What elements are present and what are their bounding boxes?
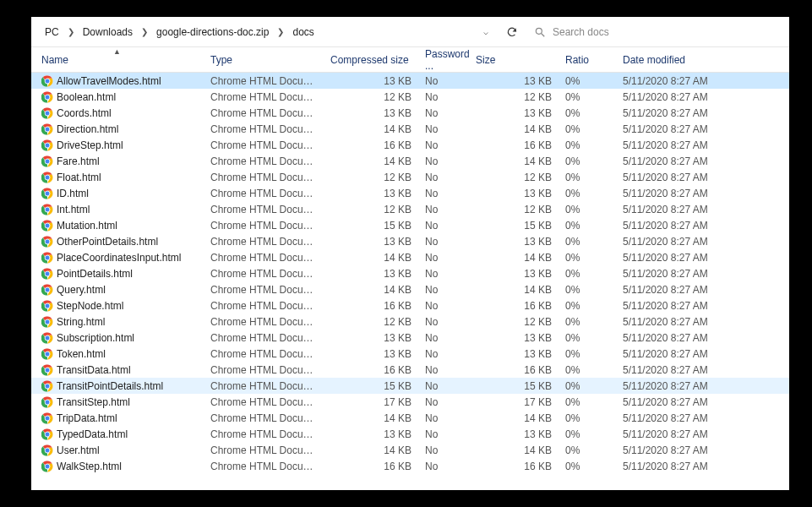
file-name-cell[interactable]: Query.html <box>31 284 204 296</box>
file-row[interactable]: Fare.htmlChrome HTML Document14 KBNo14 K… <box>31 153 789 169</box>
file-date-cell: 5/11/2020 8:27 AM <box>616 268 785 280</box>
file-row[interactable]: Boolean.htmlChrome HTML Document12 KBNo1… <box>31 89 789 105</box>
file-row[interactable]: StepNode.htmlChrome HTML Document16 KBNo… <box>31 297 789 313</box>
file-size-cell: 16 KB <box>469 461 559 472</box>
file-password-cell: No <box>418 220 469 232</box>
file-name-cell[interactable]: DriveStep.html <box>31 139 204 151</box>
file-row[interactable]: PlaceCoordinatesInput.htmlChrome HTML Do… <box>31 249 789 265</box>
file-row[interactable]: TransitData.htmlChrome HTML Document16 K… <box>31 362 789 378</box>
column-header-password[interactable]: Password ... <box>418 47 469 72</box>
file-ratio-cell: 0% <box>559 428 616 440</box>
file-name-cell[interactable]: TripData.html <box>31 412 204 424</box>
file-row[interactable]: AllowTravelModes.htmlChrome HTML Documen… <box>31 73 789 89</box>
file-type-cell: Chrome HTML Document <box>204 444 324 456</box>
column-header-name[interactable]: Name ▲ <box>31 47 204 72</box>
file-name-cell[interactable]: Token.html <box>31 348 204 360</box>
file-row[interactable]: String.htmlChrome HTML Document12 KBNo12… <box>31 313 789 330</box>
svg-line-1 <box>542 33 545 36</box>
file-name-cell[interactable]: ID.html <box>31 188 204 199</box>
file-name-cell[interactable]: WalkStep.html <box>31 461 204 472</box>
search-input[interactable] <box>551 25 777 39</box>
file-compressed-size-cell: 14 KB <box>324 252 418 264</box>
file-name-cell[interactable]: Int.html <box>31 204 204 215</box>
file-compressed-size-cell: 15 KB <box>324 220 418 232</box>
file-name-cell[interactable]: Mutation.html <box>31 220 204 232</box>
breadcrumb-item[interactable]: docs <box>289 25 317 40</box>
file-row[interactable]: TransitStep.htmlChrome HTML Document17 K… <box>31 394 789 410</box>
file-name-cell[interactable]: StepNode.html <box>31 300 204 312</box>
file-date-cell: 5/11/2020 8:27 AM <box>616 461 785 472</box>
column-header-type[interactable]: Type <box>204 47 324 72</box>
file-name-cell[interactable]: TransitData.html <box>31 364 204 376</box>
file-password-cell: No <box>418 155 469 167</box>
file-row[interactable]: PointDetails.htmlChrome HTML Document13 … <box>31 265 789 281</box>
file-name-cell[interactable]: Coords.html <box>31 107 204 119</box>
chevron-right-icon[interactable]: ❯ <box>275 27 286 36</box>
column-header-compressed-size[interactable]: Compressed size <box>324 47 418 72</box>
file-row[interactable]: Float.htmlChrome HTML Document12 KBNo12 … <box>31 169 789 185</box>
breadcrumb-dropdown-icon[interactable]: ⌵ <box>480 27 492 36</box>
file-row[interactable]: OtherPointDetails.htmlChrome HTML Docume… <box>31 233 789 249</box>
file-row[interactable]: Subscription.htmlChrome HTML Document13 … <box>31 330 789 346</box>
file-row[interactable]: Coords.htmlChrome HTML Document13 KBNo13… <box>31 105 789 121</box>
file-name-cell[interactable]: AllowTravelModes.html <box>31 75 204 87</box>
refresh-icon <box>506 26 518 38</box>
breadcrumb-item[interactable]: PC <box>41 25 63 40</box>
file-row[interactable]: DriveStep.htmlChrome HTML Document16 KBN… <box>31 137 789 153</box>
file-ratio-cell: 0% <box>559 123 616 135</box>
file-row[interactable]: Int.htmlChrome HTML Document12 KBNo12 KB… <box>31 201 789 217</box>
file-list[interactable]: AllowTravelModes.htmlChrome HTML Documen… <box>31 73 789 490</box>
file-name-cell[interactable]: Boolean.html <box>31 91 204 103</box>
file-row[interactable]: TripData.htmlChrome HTML Document14 KBNo… <box>31 410 789 426</box>
file-name-cell[interactable]: String.html <box>31 316 204 328</box>
file-name-cell[interactable]: TransitPointDetails.html <box>31 380 204 392</box>
column-header-ratio[interactable]: Ratio <box>559 47 616 72</box>
breadcrumb-item[interactable]: google-directions-doc.zip <box>153 25 272 40</box>
file-date-cell: 5/11/2020 8:27 AM <box>616 380 785 392</box>
column-label: Ratio <box>565 54 589 66</box>
file-row[interactable]: ID.htmlChrome HTML Document13 KBNo13 KB0… <box>31 185 789 201</box>
file-password-cell: No <box>418 300 469 312</box>
file-row[interactable]: Token.htmlChrome HTML Document13 KBNo13 … <box>31 346 789 362</box>
file-name-cell[interactable]: TransitStep.html <box>31 396 204 408</box>
file-type-cell: Chrome HTML Document <box>204 332 324 344</box>
file-name-cell[interactable]: PlaceCoordinatesInput.html <box>31 252 204 264</box>
file-name-cell[interactable]: Float.html <box>31 172 204 183</box>
file-ratio-cell: 0% <box>559 332 616 344</box>
file-row[interactable]: TransitPointDetails.htmlChrome HTML Docu… <box>31 378 789 394</box>
file-name-cell[interactable]: OtherPointDetails.html <box>31 236 204 248</box>
file-password-cell: No <box>418 444 469 456</box>
file-compressed-size-cell: 16 KB <box>324 300 418 312</box>
file-row[interactable]: WalkStep.htmlChrome HTML Document16 KBNo… <box>31 458 789 474</box>
file-name-cell[interactable]: TypedData.html <box>31 428 204 440</box>
file-name: Mutation.html <box>57 220 117 232</box>
file-row[interactable]: Query.htmlChrome HTML Document14 KBNo14 … <box>31 281 789 297</box>
file-ratio-cell: 0% <box>559 364 616 376</box>
file-name-cell[interactable]: Fare.html <box>31 155 204 167</box>
file-ratio-cell: 0% <box>559 444 616 456</box>
file-name-cell[interactable]: PointDetails.html <box>31 268 204 280</box>
breadcrumb[interactable]: PC❯Downloads❯google-directions-doc.zip❯d… <box>38 22 495 42</box>
chevron-right-icon[interactable]: ❯ <box>66 27 76 36</box>
file-name-cell[interactable]: User.html <box>31 444 204 456</box>
file-name-cell[interactable]: Subscription.html <box>31 332 204 344</box>
file-date-cell: 5/11/2020 8:27 AM <box>616 188 785 199</box>
file-password-cell: No <box>418 123 469 135</box>
file-row[interactable]: TypedData.htmlChrome HTML Document13 KBN… <box>31 426 789 442</box>
column-header-date-modified[interactable]: Date modified <box>616 47 785 72</box>
refresh-button[interactable] <box>500 22 524 42</box>
file-row[interactable]: Direction.htmlChrome HTML Document14 KBN… <box>31 121 789 137</box>
file-explorer-window: PC❯Downloads❯google-directions-doc.zip❯d… <box>31 17 789 490</box>
file-row[interactable]: User.htmlChrome HTML Document14 KBNo14 K… <box>31 442 789 458</box>
column-header-size[interactable]: Size <box>469 47 559 72</box>
file-row[interactable]: Mutation.htmlChrome HTML Document15 KBNo… <box>31 217 789 233</box>
chevron-right-icon[interactable]: ❯ <box>139 27 150 36</box>
search-box[interactable] <box>529 22 782 42</box>
chrome-html-icon <box>41 348 53 360</box>
file-type-cell: Chrome HTML Document <box>204 204 324 215</box>
file-date-cell: 5/11/2020 8:27 AM <box>616 91 785 103</box>
chrome-html-icon <box>41 188 53 199</box>
file-name-cell[interactable]: Direction.html <box>31 123 204 135</box>
breadcrumb-item[interactable]: Downloads <box>79 25 136 40</box>
file-type-cell: Chrome HTML Document <box>204 107 324 119</box>
